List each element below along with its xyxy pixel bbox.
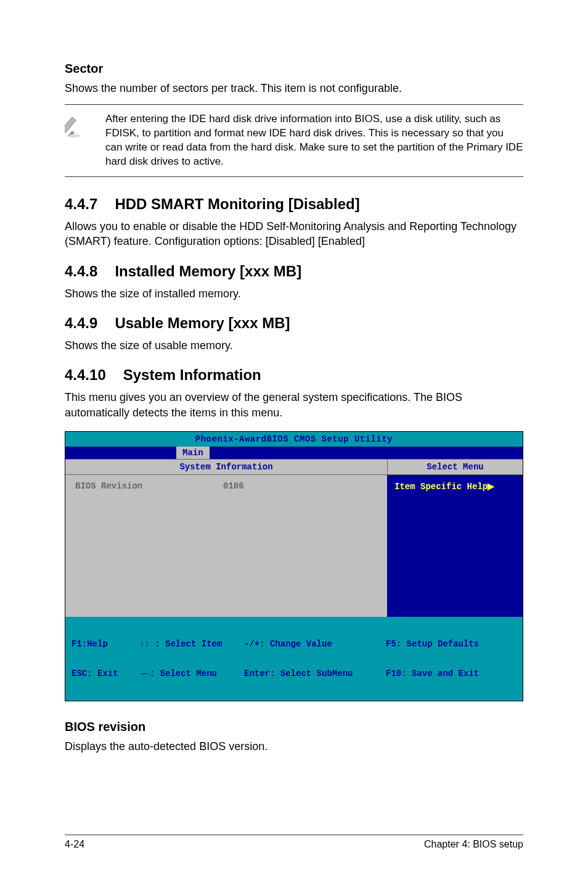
bios-tab-main[interactable]: Main — [176, 447, 210, 459]
heading-449: 4.4.9 Usable Memory [xxx MB] — [65, 315, 523, 332]
heading-448: 4.4.8 Installed Memory [xxx MB] — [65, 263, 523, 280]
heading-text: System Information — [123, 366, 261, 384]
heading-num: 4.4.10 — [65, 366, 106, 384]
note-text: After entering the IDE hard disk drive i… — [105, 112, 523, 169]
bios-key-f10: F10: Save and Exit — [386, 669, 517, 679]
heading-4410: 4.4.10 System Information — [65, 366, 523, 384]
heading-num: 4.4.7 — [65, 196, 97, 213]
triangle-right-icon: ▶ — [488, 481, 494, 491]
bios-left-header: System Information — [65, 459, 387, 475]
bios-row-value: 0106 — [223, 481, 244, 491]
bios-screen: Phoenix-AwardBIOS CMOS Setup Utility Mai… — [65, 431, 523, 701]
bios-key-change-value: -/+: Change Value — [244, 639, 386, 649]
bios-key-select-item: ↑↓ : Select Item — [139, 639, 244, 649]
page-number: 4-24 — [65, 839, 84, 850]
text-bios-revision-body: Displays the auto-detected BIOS version. — [65, 739, 523, 754]
heading-bios-revision: BIOS revision — [65, 720, 523, 734]
page-footer: 4-24 Chapter 4: BIOS setup — [65, 835, 523, 850]
text-447-body: Allows you to enable or disable the HDD … — [65, 219, 523, 249]
bios-title: Phoenix-AwardBIOS CMOS Setup Utility — [65, 432, 523, 447]
heading-sector: Sector — [65, 62, 523, 76]
chapter-label: Chapter 4: BIOS setup — [424, 839, 523, 850]
heading-text: Usable Memory [xxx MB] — [115, 315, 290, 332]
bios-right-header: Select Menu — [387, 459, 523, 475]
text-4410-body: This menu gives you an overview of the g… — [65, 390, 523, 420]
heading-num: 4.4.8 — [65, 263, 97, 280]
svg-rect-2 — [65, 117, 76, 133]
text-sector-body: Shows the number of sectors per track. T… — [65, 81, 523, 96]
note-block: After entering the IDE hard disk drive i… — [65, 104, 523, 177]
bios-key-enter: Enter: Select SubMenu — [244, 669, 386, 679]
bios-key-f5: F5: Setup Defaults — [386, 639, 517, 649]
bios-row-key: BIOS Revision — [75, 481, 223, 491]
pencil-icon — [65, 112, 93, 169]
text-449-body: Shows the size of usable memory. — [65, 338, 523, 353]
heading-447: 4.4.7 HDD SMART Monitoring [Disabled] — [65, 196, 523, 213]
heading-text: HDD SMART Monitoring [Disabled] — [115, 196, 359, 213]
bios-left-body: BIOS Revision 0106 — [65, 475, 387, 617]
bios-key-select-menu: →←: Select Menu — [139, 669, 244, 679]
bios-footer: F1:Help ESC: Exit ↑↓ : Select Item →←: S… — [65, 617, 523, 701]
bios-tabbar: Main — [65, 447, 523, 459]
bios-right-body: Item Specific Help▶ — [387, 475, 523, 617]
heading-num: 4.4.9 — [65, 315, 97, 332]
bios-help-label: Item Specific Help — [394, 482, 488, 492]
bios-key-esc: ESC: Exit — [71, 669, 139, 679]
heading-text: Installed Memory [xxx MB] — [115, 263, 301, 280]
bios-key-f1: F1:Help — [71, 639, 139, 649]
bios-row-bios-revision[interactable]: BIOS Revision 0106 — [75, 481, 377, 491]
svg-point-0 — [67, 134, 80, 138]
text-448-body: Shows the size of installed memory. — [65, 286, 523, 301]
